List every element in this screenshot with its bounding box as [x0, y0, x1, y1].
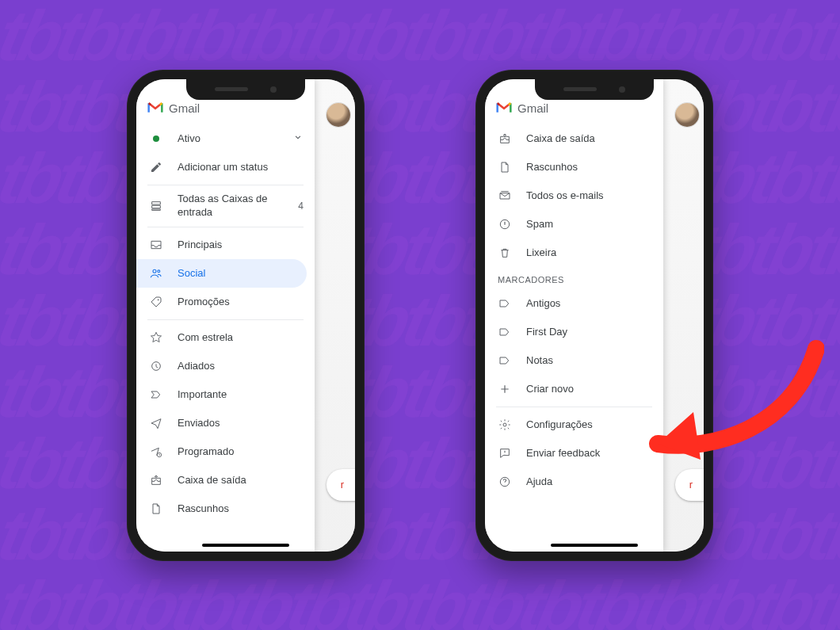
feedback-icon	[498, 446, 512, 460]
label-item-notas[interactable]: Notas	[485, 346, 663, 375]
divider	[147, 227, 304, 227]
sidebar-item-promotions[interactable]: Promoções	[136, 288, 315, 316]
sidebar-item-scheduled[interactable]: Programado	[136, 437, 315, 466]
phone-notch	[535, 79, 654, 100]
brand-label: Gmail	[169, 101, 200, 115]
people-icon	[149, 266, 163, 281]
send-icon	[149, 416, 163, 430]
settings-item[interactable]: Configurações	[485, 410, 663, 439]
divider	[496, 407, 652, 407]
gear-icon	[498, 418, 512, 432]
clock-icon	[149, 359, 163, 373]
brand-label: Gmail	[517, 101, 548, 115]
compose-button[interactable]: r	[326, 469, 355, 501]
help-icon	[498, 475, 512, 489]
label-icon	[498, 353, 512, 368]
file-icon	[498, 160, 512, 174]
plus-icon	[498, 382, 512, 396]
content-peek: r	[662, 79, 704, 552]
item-label: Promoções	[178, 296, 304, 307]
item-label: Criar novo	[526, 383, 652, 395]
file-icon	[149, 502, 163, 516]
item-label: Lixeira	[526, 246, 652, 258]
sidebar-item-sent[interactable]: Enviados	[136, 409, 315, 437]
outbox-icon	[498, 132, 512, 146]
star-icon	[149, 330, 163, 345]
sidebar-item-drafts[interactable]: Rascunhos	[136, 494, 315, 523]
phone-left: r Gmail Ativo Ad	[127, 70, 365, 561]
item-label: Importante	[178, 388, 304, 400]
gmail-logo-icon	[496, 101, 512, 114]
pencil-icon	[149, 160, 163, 174]
item-count: 4	[298, 200, 304, 212]
item-label: Caixa de saída	[178, 474, 304, 486]
feedback-item[interactable]: Enviar feedback	[485, 439, 663, 468]
phone-screen: r Gmail Ativo Ad	[136, 79, 355, 552]
sidebar-item-spam[interactable]: Spam	[485, 210, 663, 239]
divider	[147, 185, 304, 185]
labels-section-header: Marcadores	[485, 267, 663, 289]
account-avatar[interactable]	[675, 103, 699, 127]
add-status[interactable]: Adicionar um status	[136, 153, 315, 181]
sidebar-item-snoozed[interactable]: Adiados	[136, 352, 315, 380]
active-dot-icon	[149, 132, 163, 146]
item-label: Adiados	[178, 360, 304, 372]
navigation-drawer: Gmail Ativo Adicionar um status	[136, 79, 315, 552]
all-inboxes[interactable]: Todas as Caixas de entrada 4	[136, 189, 315, 223]
item-label: Principais	[178, 239, 304, 250]
gmail-logo-icon	[147, 101, 163, 114]
svg-point-6	[503, 423, 506, 426]
label-item-firstday[interactable]: First Day	[485, 318, 663, 346]
item-label: Rascunhos	[526, 161, 652, 173]
navigation-drawer: Gmail Caixa de saída Rascunhos Todos os …	[485, 79, 663, 552]
status-label: Ativo	[178, 132, 278, 144]
item-label: Social	[178, 267, 296, 279]
label-item-antigos[interactable]: Antigos	[485, 289, 663, 318]
tag-icon	[149, 295, 163, 309]
phone-right: r Gmail Caixa de saída Rascun	[475, 70, 713, 561]
account-avatar[interactable]	[326, 103, 350, 127]
svg-point-2	[158, 299, 159, 300]
phone-screen: r Gmail Caixa de saída Rascun	[485, 79, 704, 552]
send-clock-icon	[149, 445, 163, 459]
item-label: Com estrela	[178, 331, 304, 343]
item-label: Ajuda	[526, 475, 652, 487]
chevron-down-icon	[292, 132, 304, 145]
svg-point-1	[158, 269, 160, 272]
svg-point-0	[153, 269, 156, 273]
content-peek: r	[314, 79, 355, 552]
sidebar-item-outbox[interactable]: Caixa de saída	[136, 466, 315, 494]
item-label: Enviados	[178, 417, 304, 429]
item-label: Configurações	[526, 418, 652, 430]
spam-icon	[498, 217, 512, 231]
sidebar-item-primary[interactable]: Principais	[136, 231, 315, 259]
item-label: Antigos	[526, 297, 652, 309]
item-label: Notas	[526, 354, 652, 366]
create-new-label[interactable]: Criar novo	[485, 375, 663, 403]
sidebar-item-important[interactable]: Importante	[136, 380, 315, 409]
item-label: Adicionar um status	[178, 161, 304, 173]
item-label: First Day	[526, 326, 652, 338]
status-active[interactable]: Ativo	[136, 124, 315, 153]
label-icon	[498, 325, 512, 339]
sidebar-item-allmail[interactable]: Todos os e-mails	[485, 181, 663, 210]
inbox-icon	[149, 238, 163, 252]
item-label: Spam	[526, 218, 652, 230]
sidebar-item-starred[interactable]: Com estrela	[136, 323, 315, 352]
compose-button[interactable]: r	[675, 469, 704, 501]
help-item[interactable]: Ajuda	[485, 468, 663, 496]
item-label: Enviar feedback	[526, 447, 652, 459]
all-inboxes-icon	[149, 199, 163, 213]
item-label: Todos os e-mails	[526, 189, 652, 201]
important-icon	[149, 388, 163, 402]
sidebar-item-social[interactable]: Social	[136, 259, 307, 288]
sidebar-item-outbox[interactable]: Caixa de saída	[485, 124, 663, 153]
label-icon	[498, 296, 512, 311]
trash-icon	[498, 246, 512, 260]
sidebar-item-trash[interactable]: Lixeira	[485, 239, 663, 267]
phone-notch	[186, 79, 305, 100]
stack-mail-icon	[498, 189, 512, 203]
sidebar-item-drafts[interactable]: Rascunhos	[485, 153, 663, 181]
item-label: Todas as Caixas de entrada	[178, 193, 284, 219]
item-label: Programado	[178, 445, 304, 457]
